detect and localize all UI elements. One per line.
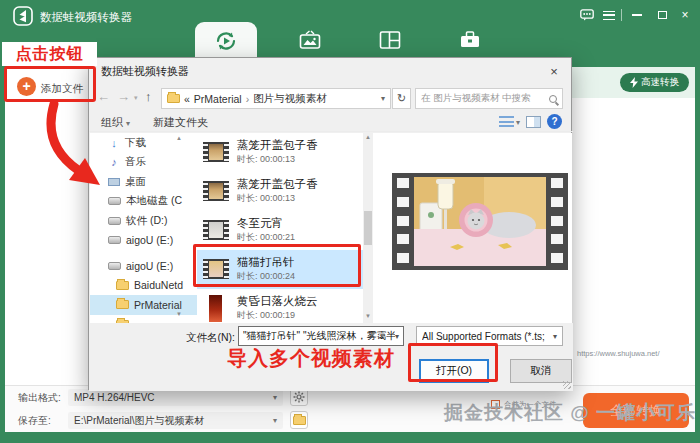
close-icon: × (550, 64, 558, 79)
file-name: 黄昏日落火烧云 (237, 294, 318, 309)
dialog-toolbar: 组织 ▾ 新建文件夹 ▾ ? (89, 114, 573, 132)
view-mode-dropdown[interactable]: ▾ (516, 118, 520, 127)
address-bar[interactable]: « PrMaterial › 图片与视频素材 ▾ (161, 88, 391, 109)
folder-icon (116, 281, 129, 290)
app-window: 数据蛙视频转换器 (0, 0, 700, 443)
filename-input[interactable]: "猫猫打吊针" "光线照深林，雾霭半 ▾ (238, 326, 404, 346)
cat-preview-image (414, 177, 546, 266)
collage-icon (379, 30, 401, 50)
save-to-select[interactable]: E:\PrMaterial\图片与视频素材 ▾ (68, 412, 283, 429)
chevron-down-icon: ▾ (553, 332, 557, 341)
open-file-dialog: 数据蛙视频转换器 × ← → ▾ ↑ « PrMaterial › 图片与视频素… (88, 57, 572, 390)
scroll-up-icon[interactable]: ▲ (365, 134, 371, 140)
lightning-icon (630, 77, 638, 88)
annotation-click-button-label: 点击按钮 (2, 42, 97, 66)
annotation-import-hint: 导入多个视频素材 (227, 345, 395, 372)
output-format-value: MP4 H.264/HEVC (74, 392, 273, 403)
tree-label: BaiduNetd (134, 279, 183, 291)
tree-label: 本地磁盘 (C (126, 194, 182, 208)
tree-label: aigoU (E:) (126, 260, 173, 272)
chevron-down-icon[interactable]: ▾ (395, 332, 399, 341)
browse-folder-button[interactable] (290, 411, 308, 429)
chevron-down-icon: ▾ (126, 119, 130, 128)
search-input[interactable]: 在 图片与视频素材 中搜索 (415, 88, 563, 109)
tab-collage[interactable] (368, 26, 412, 54)
file-duration: 时长: 00:00:21 (237, 231, 295, 244)
tab-mv[interactable] (288, 26, 332, 54)
view-mode-icon[interactable] (499, 116, 514, 128)
chevron-down-icon[interactable]: ▾ (381, 94, 385, 103)
file-list: 蒸笼开盖包子香 时长: 00:00:13 蒸笼开盖包子香 时长: 00:00:1… (197, 133, 373, 323)
folder-icon (116, 300, 129, 309)
scroll-down-icon[interactable]: ▼ (365, 313, 371, 319)
help-button[interactable]: ? (547, 114, 562, 129)
folder-icon (293, 416, 306, 425)
dialog-navbar: ← → ▾ ↑ « PrMaterial › 图片与视频素材 ▾ ↻ 在 图片与… (89, 85, 573, 113)
file-item[interactable]: 蒸笼开盖包子香 时长: 00:00:13 (197, 172, 363, 211)
new-folder-button[interactable]: 新建文件夹 (153, 115, 208, 130)
tree-label: 音乐 (125, 155, 146, 169)
tree-label: 桌面 (125, 175, 146, 189)
close-button[interactable]: × (676, 7, 694, 23)
close-icon: × (681, 8, 688, 22)
converter-icon (214, 29, 238, 53)
chevron-down-icon: ▾ (273, 416, 277, 425)
dialog-body: ↓下载 ♪音乐 桌面 本地磁盘 (C 软件 (D:) aigoU (E:) ai… (90, 133, 572, 323)
resize-grip[interactable] (563, 381, 571, 389)
divider (621, 9, 622, 21)
save-to-label: 保存至: (18, 414, 51, 428)
file-item[interactable]: 黄昏日落火烧云 时长: 00:00:19 (197, 289, 363, 323)
annotation-box-open-button (408, 343, 498, 382)
menu-button[interactable] (600, 7, 618, 23)
file-name: 冬至元宵 (237, 216, 283, 231)
filetype-value: All Supported Formats (*.ts; (422, 331, 553, 342)
forward-button[interactable]: → (117, 89, 130, 104)
dialog-title: 数据蛙视频转换器 (101, 64, 189, 79)
annotation-box-selected-file (193, 244, 361, 287)
file-duration: 时长: 00:00:19 (237, 309, 295, 322)
watermark-url: https://www.shujuwa.net/ (577, 349, 660, 358)
minimize-button[interactable] (628, 7, 646, 23)
cancel-button[interactable]: 取消 (510, 359, 572, 383)
tree-scroll-down[interactable]: ▼ (176, 311, 182, 317)
app-title: 数据蛙视频转换器 (40, 10, 132, 25)
chevron-down-icon: ▾ (273, 393, 277, 402)
up-button[interactable]: ↑ (145, 89, 152, 104)
annotation-box-add-file (4, 66, 96, 102)
folder-icon (167, 94, 180, 103)
hamburger-icon (603, 11, 615, 20)
list-scrollbar[interactable]: ▲ ▼ (363, 133, 373, 323)
output-format-select[interactable]: MP4 H.264/HEVC ▾ (68, 389, 283, 406)
tree-item-baidunetd[interactable]: BaiduNetd (90, 276, 197, 296)
disk-icon (108, 236, 121, 244)
refresh-button[interactable]: ↻ (392, 88, 411, 109)
chat-icon (580, 9, 594, 21)
tree-item-disk-d[interactable]: 软件 (D:) (90, 211, 197, 231)
breadcrumb-parent[interactable]: PrMaterial (194, 93, 242, 105)
mv-icon (299, 30, 321, 50)
filmstrip-holes (551, 178, 563, 265)
preview-pane-icon[interactable] (526, 116, 541, 128)
quick-convert-label: 高速转换 (641, 76, 679, 89)
crumb-chevron: « (184, 93, 190, 105)
tree-item-disk-e2[interactable]: aigoU (E:) (90, 256, 197, 276)
tree-label: 下载 (125, 136, 146, 150)
maximize-button[interactable] (653, 7, 671, 23)
video-thumbnail-icon (203, 220, 229, 240)
file-name: 蒸笼开盖包子香 (237, 177, 318, 192)
tree-item-disk-e[interactable]: aigoU (E:) (90, 231, 197, 251)
tab-toolbox[interactable] (448, 26, 492, 54)
output-format-label: 输出格式: (18, 391, 61, 405)
breadcrumb-current[interactable]: 图片与视频素材 (253, 92, 377, 106)
tree-label: aigoU (E:) (126, 234, 173, 246)
crumb-separator: › (246, 93, 250, 105)
scrollbar-thumb[interactable] (364, 211, 372, 245)
maximize-icon (658, 11, 667, 19)
dialog-close-button[interactable]: × (537, 58, 571, 84)
quick-convert-toggle[interactable]: 高速转换 (620, 73, 689, 92)
feedback-button[interactable] (578, 7, 596, 23)
tree-scroll-up[interactable]: ▲ (176, 135, 182, 141)
file-item[interactable]: 蒸笼开盖包子香 时长: 00:00:13 (197, 133, 363, 172)
history-dropdown[interactable]: ▾ (134, 94, 138, 102)
disk-icon (108, 262, 121, 270)
